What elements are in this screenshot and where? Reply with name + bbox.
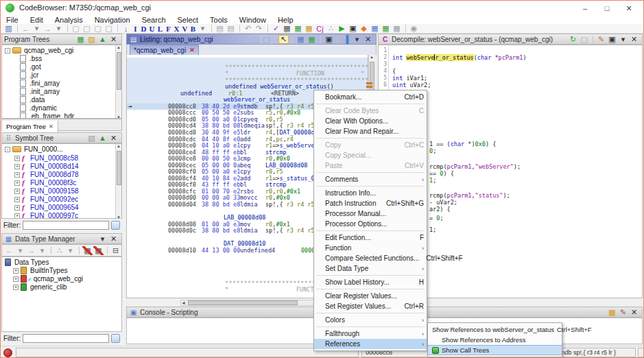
dropdown-icon[interactable]: ▾ xyxy=(618,35,628,44)
diff-view-icon[interactable]: ▦ xyxy=(296,35,306,44)
letter-i-icon[interactable]: I xyxy=(132,24,139,33)
undo-icon[interactable]: ↶ xyxy=(243,24,253,33)
symbol-tree-filter-input[interactable] xyxy=(23,221,109,230)
function-FUN_00008f3c[interactable]: +fFUN_00008f3c xyxy=(5,178,121,187)
validate-icon[interactable]: ✓ xyxy=(271,24,281,33)
program-trees-content[interactable]: -qcmap_web_cgi.bss.got.jcr.fini_array.in… xyxy=(1,45,122,119)
ctx-clear-flow-and-repair[interactable]: Clear Flow and Repair... xyxy=(314,126,427,136)
dropdown-icon[interactable]: ▾ xyxy=(97,235,108,243)
section-.init_array[interactable]: .init_array xyxy=(5,88,121,96)
close-button[interactable]: ✕ xyxy=(619,1,639,16)
data-types-root[interactable]: Data Types xyxy=(5,259,121,267)
function-FUN_00009654[interactable]: +fFUN_00009654 xyxy=(5,203,121,211)
filter-pointers-icon[interactable]: ▦ xyxy=(93,246,104,255)
menu-tools[interactable]: Tools xyxy=(210,16,228,24)
ctx-instruction-info[interactable]: Instruction Info... xyxy=(314,188,427,198)
export-tree-icon[interactable]: ▲ xyxy=(97,35,108,44)
back-icon[interactable]: ← xyxy=(21,24,31,33)
function-FUN_00008d14[interactable]: +fFUN_00008d14 xyxy=(5,162,121,170)
copy-icon[interactable]: ▢ xyxy=(579,35,589,44)
ctx-edit-function[interactable]: Edit Function...F xyxy=(314,232,427,243)
redo-icon[interactable]: ↷ xyxy=(254,24,264,33)
ctx-processor-options[interactable]: Processor Options... xyxy=(314,219,427,229)
menu-navigation[interactable]: Navigation xyxy=(95,16,130,24)
section-.eh_frame_hdr[interactable]: .eh_frame_hdr xyxy=(5,112,121,119)
ctx-copy[interactable]: CopyCtrl+C xyxy=(314,140,427,150)
ctx-set-data-type[interactable]: Set Data Type› xyxy=(314,263,427,274)
letter-l-icon[interactable]: L xyxy=(156,24,164,33)
cj-icon[interactable]: Cj xyxy=(315,24,325,33)
copy-icon[interactable]: ▢ xyxy=(250,35,261,44)
tree-root-qcmap_web_cgi[interactable]: -qcmap_web_cgi xyxy=(5,47,121,55)
scroll-lock-icon[interactable]: ▩ xyxy=(607,308,617,317)
ctx-function[interactable]: Function› xyxy=(314,243,427,253)
copy-format-icon[interactable]: ▢ xyxy=(71,24,81,33)
close-icon[interactable]: ✕ xyxy=(629,308,639,317)
maximize-button[interactable]: □ xyxy=(597,1,617,16)
forward-dropdown-icon[interactable]: ▾ xyxy=(37,246,47,255)
instruction-table-icon[interactable]: ▦ xyxy=(282,24,292,33)
diff-apply-icon[interactable]: ▦ xyxy=(307,35,317,44)
ctx-clear-with-options[interactable]: Clear With Options... xyxy=(314,116,427,126)
tree-dropdown-icon[interactable]: ▾ xyxy=(65,246,75,255)
forward-icon[interactable]: → xyxy=(43,24,53,33)
pin-icon[interactable]: ▧ xyxy=(86,134,97,143)
ctx-paste[interactable]: PasteCtrl+V xyxy=(314,160,427,171)
fields-panel-icon[interactable]: ▐ xyxy=(341,35,351,44)
console-icon[interactable]: ▣ xyxy=(348,24,358,33)
collapse-all-icon[interactable]: ⊟ xyxy=(110,246,121,255)
memory-icon[interactable]: ▦ xyxy=(392,24,402,33)
section-.fini_array[interactable]: .fini_array xyxy=(5,80,121,88)
merge-down-icon[interactable]: ↓ xyxy=(121,24,131,33)
ctx-clear-register-values[interactable]: Clear Register Values... xyxy=(314,291,427,301)
menu-analysis[interactable]: Analysis xyxy=(55,16,83,24)
expand-icon[interactable]: + xyxy=(13,285,19,290)
section-.bss[interactable]: .bss xyxy=(5,55,121,63)
back-dropdown-icon[interactable]: ▾ xyxy=(32,24,42,33)
listing-tab-close-icon[interactable]: ✕ xyxy=(189,47,195,53)
section-.dynamic[interactable]: .dynamic xyxy=(5,104,121,112)
copy-format-icon-2[interactable]: ▢ xyxy=(82,24,92,33)
back-icon[interactable]: ← xyxy=(4,246,14,255)
menu-help[interactable]: Help xyxy=(278,16,294,24)
ctx-bookmark[interactable]: Bookmark...Ctrl+D xyxy=(314,92,427,102)
close-icon[interactable]: ✕ xyxy=(108,134,119,143)
copy-format-icon-3[interactable]: ▢ xyxy=(93,24,103,33)
snapshot-icon[interactable]: ◉ xyxy=(409,24,419,33)
minimize-button[interactable]: – xyxy=(575,1,595,16)
menu-select[interactable]: Select xyxy=(178,16,199,24)
menu-window[interactable]: Window xyxy=(239,16,266,24)
section-.got[interactable]: .got xyxy=(5,63,121,71)
program-trees-header[interactable]: Program Trees ▦▨▲✕ xyxy=(1,34,122,45)
symbol-tree-scrollbar[interactable]: ▲▼ xyxy=(115,144,121,219)
letter-d-icon[interactable]: D xyxy=(140,24,147,33)
ctx-set-register-values[interactable]: Set Register Values...Ctrl+R xyxy=(314,301,427,311)
stamp-icon[interactable]: ▤ xyxy=(215,24,225,33)
function-FUN_0000997c[interactable]: +fFUN_0000997c xyxy=(5,211,121,219)
archive-qcmap_web_cgi[interactable]: +✓qcmap_web_cgi xyxy=(5,275,121,283)
symbol-tree-header[interactable]: ⠿ Symbol Tree ▧▲✕ xyxy=(1,132,122,143)
ctx-show-label-history[interactable]: Show Label History...H xyxy=(314,277,427,287)
paste-icon[interactable]: ▢ xyxy=(261,35,272,44)
ctx-fallthrough[interactable]: Fallthrough› xyxy=(314,329,427,339)
close-icon[interactable]: ✕ xyxy=(108,235,119,243)
letter-u-icon[interactable]: U xyxy=(148,24,156,33)
table-icon[interactable]: ▦ xyxy=(370,24,380,33)
save-icon[interactable]: ▥ xyxy=(3,24,14,33)
menu-search[interactable]: Search xyxy=(142,16,166,24)
archive-BuiltInTypes[interactable]: +BuiltInTypes xyxy=(5,267,121,275)
decompile-line[interactable]: 2int webServer_or_status(char *pcParm1) xyxy=(379,54,642,61)
open-folder-icon[interactable]: ▨ xyxy=(86,35,97,44)
symbol-folder[interactable]: -FUN_0000... xyxy=(5,145,121,154)
function-FUN_00008d78[interactable]: +fFUN_00008d78 xyxy=(5,170,121,178)
listing-row[interactable]: **************************************** xyxy=(127,64,368,71)
program-tree-tab-close-icon[interactable]: ✕ xyxy=(49,123,53,130)
archive-generic_clib[interactable]: +generic_clib xyxy=(5,283,121,291)
calltree-toolbar-icon[interactable]: ∴ xyxy=(326,24,336,33)
function-FUN_00009158[interactable]: +fFUN_00009158 xyxy=(5,187,121,195)
symbol-tree-content[interactable]: -FUN_0000...+fFUN_00008c58+fFUN_00008d14… xyxy=(1,143,122,219)
function-FUN_00008c58[interactable]: +fFUN_00008c58 xyxy=(5,154,121,162)
decompile-line[interactable]: 6 uint uVar2; xyxy=(379,82,642,88)
forward-dropdown-icon[interactable]: ▾ xyxy=(53,24,64,33)
listing-header[interactable]: ▤ Listing: qcmap_web_cgi ▢▢↖▦▦▣▐▾✕ xyxy=(126,34,377,45)
